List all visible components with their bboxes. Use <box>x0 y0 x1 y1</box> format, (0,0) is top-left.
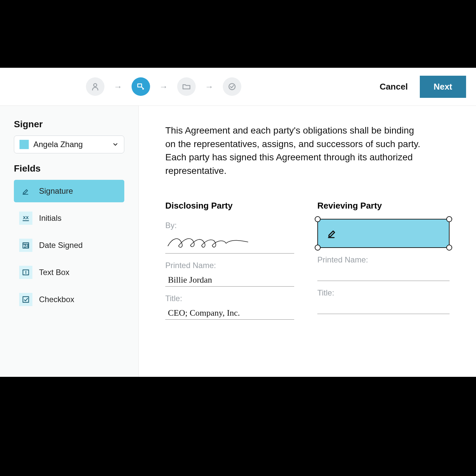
document-canvas[interactable]: This Agreement and each party's obligati… <box>139 106 476 377</box>
signer-heading: Signer <box>14 119 124 130</box>
title-value: CEO; Company, Inc. <box>165 308 240 318</box>
field-option-initials[interactable]: XX Initials <box>14 207 124 229</box>
sidebar: Signer Angela Zhang Fields Signature XX <box>0 106 139 377</box>
field-option-checkbox[interactable]: Checkbox <box>14 288 124 311</box>
fields-heading: Fields <box>14 163 124 174</box>
field-option-date-signed[interactable]: 24 Date Signed <box>14 234 124 257</box>
step-folder[interactable] <box>177 77 196 96</box>
title-line[interactable] <box>317 299 450 314</box>
field-label: Text Box <box>39 268 69 277</box>
signer-color-swatch <box>20 140 29 149</box>
printed-name-value: Billie Jordan <box>165 275 212 285</box>
title-label: Title: <box>317 288 450 298</box>
signature-icon <box>19 184 32 198</box>
agreement-paragraph: This Agreement and each party's obligati… <box>165 124 423 178</box>
signature-icon <box>327 228 338 239</box>
printed-name-line[interactable] <box>317 266 450 281</box>
initials-icon: XX <box>19 212 32 225</box>
svg-text:24: 24 <box>24 244 29 249</box>
field-label: Initials <box>39 214 61 223</box>
by-label: By: <box>165 221 294 230</box>
resize-handle-tl[interactable] <box>315 216 321 222</box>
arrow-icon: → <box>205 82 214 92</box>
printed-name-label: Printed Name: <box>317 255 450 264</box>
printed-name-line: Billie Jordan <box>165 272 294 287</box>
title-label: Title: <box>165 294 294 303</box>
receiving-party-block: Revieving Party Printed Name: Title: <box>317 201 450 320</box>
svg-text:I: I <box>25 270 27 275</box>
title-line: CEO; Company, Inc. <box>165 305 294 320</box>
field-option-signature[interactable]: Signature <box>14 180 124 202</box>
cancel-button[interactable]: Cancel <box>379 82 408 92</box>
resize-handle-bl[interactable] <box>315 245 321 251</box>
field-label: Signature <box>39 186 73 196</box>
field-label: Date Signed <box>39 241 83 250</box>
checkbox-icon <box>19 293 32 306</box>
svg-text:XX: XX <box>23 215 29 220</box>
step-indicator: → → → <box>86 77 241 96</box>
step-place-fields[interactable] <box>132 77 150 96</box>
resize-handle-tr[interactable] <box>446 216 452 222</box>
signature-line <box>165 232 294 254</box>
step-confirm[interactable] <box>223 77 241 96</box>
svg-point-0 <box>229 84 235 90</box>
signer-name: Angela Zhang <box>33 140 107 149</box>
receiving-party-heading: Revieving Party <box>317 201 450 211</box>
printed-name-label: Printed Name: <box>165 261 294 270</box>
signer-dropdown[interactable]: Angela Zhang <box>14 136 124 153</box>
disclosing-party-block: Disclosing Party By: Printed Name: Billi… <box>165 201 294 320</box>
arrow-icon: → <box>114 82 122 92</box>
next-button[interactable]: Next <box>420 76 466 98</box>
svg-rect-6 <box>23 297 28 302</box>
textbox-icon: I <box>19 266 32 279</box>
resize-handle-br[interactable] <box>446 245 452 251</box>
field-option-text-box[interactable]: I Text Box <box>14 261 124 284</box>
handwritten-signature <box>165 232 251 252</box>
calendar-icon: 24 <box>19 239 32 252</box>
step-people[interactable] <box>86 77 104 96</box>
wizard-topbar: → → → Cancel Next <box>0 68 476 106</box>
field-label: Checkbox <box>39 295 74 304</box>
arrow-icon: → <box>159 82 168 92</box>
disclosing-party-heading: Disclosing Party <box>165 201 294 211</box>
chevron-down-icon <box>112 141 119 148</box>
placed-signature-field[interactable] <box>317 219 450 248</box>
